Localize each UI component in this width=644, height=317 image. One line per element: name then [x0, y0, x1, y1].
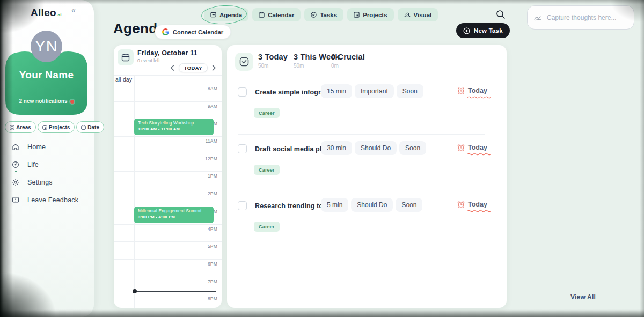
event-time: 3:00 PM - 4:00 PM [138, 215, 210, 219]
connect-calendar-label: Connect Calendar [173, 29, 223, 35]
logo-suffix: .ai [56, 12, 62, 17]
sidebar: Alleo.ai « Your Name 2 new notifications… [0, 0, 94, 317]
sidebar-collapse-icon[interactable]: « [71, 6, 76, 14]
notifications-badge[interactable]: 2 new notifications [5, 98, 88, 104]
stat-label: 0 Crucial [331, 53, 365, 61]
urgency-chip[interactable]: Soon [396, 198, 422, 212]
task-checkbox[interactable] [238, 201, 247, 210]
event-title: Tech Storytelling Workshop [138, 121, 210, 126]
calendar-event[interactable]: Tech Storytelling Workshop 10:00 AM - 11… [134, 119, 214, 135]
urgency-chip[interactable]: Soon [399, 141, 426, 155]
current-time-dot[interactable] [133, 289, 137, 293]
today-button[interactable]: TODAY [179, 63, 208, 72]
view-all-link[interactable]: View All [570, 293, 596, 301]
task-divider [238, 191, 485, 191]
alarm-clock-icon [457, 144, 465, 151]
due-badge[interactable]: Today [457, 201, 487, 208]
tab-agenda[interactable]: Agenda [204, 8, 248, 21]
scribble-icon [534, 14, 543, 21]
duration-chip[interactable]: 5 min [321, 198, 348, 212]
projects-icon [354, 12, 360, 18]
avatar[interactable]: YN [31, 31, 62, 62]
sidebar-item-leave-feedback[interactable]: Leave Feedback [12, 196, 78, 204]
hour-row[interactable]: 8PM [114, 294, 222, 308]
life-target-icon [12, 161, 19, 168]
stat-duration: 0m [331, 63, 365, 69]
quick-capture-box [527, 5, 634, 30]
career-tag[interactable]: Career [254, 108, 280, 118]
due-squiggle-underline [467, 96, 491, 99]
all-day-row[interactable]: all-day [114, 76, 222, 84]
notification-dot [70, 100, 74, 104]
due-squiggle-underline [467, 153, 491, 156]
new-task-label: New Task [474, 27, 503, 34]
sidebar-item-life[interactable]: Life [12, 160, 78, 169]
priority-chip[interactable]: Important [355, 84, 394, 98]
task-checkbox[interactable] [238, 144, 247, 153]
priority-chip[interactable]: Should Do [355, 141, 397, 155]
hour-label: 11AM [206, 138, 217, 144]
areas-icon [10, 125, 14, 130]
quick-capture-input[interactable] [547, 14, 627, 21]
tab-calendar[interactable]: Calendar [252, 8, 301, 21]
task-chips: 5 min Should Do Soon [321, 198, 422, 212]
event-title: Millennial Engagement Summit [138, 209, 210, 213]
duration-chip[interactable]: 30 min [321, 141, 352, 155]
connect-calendar-button[interactable]: Connect Calendar [155, 25, 231, 39]
check-square-icon [239, 57, 249, 67]
agenda-icon [210, 12, 216, 18]
filter-date[interactable]: Date [76, 121, 104, 133]
time-grid: all-day 8AM 9AM 10AM 11AM 12PM 1PM 2PM 3… [114, 75, 222, 308]
urgency-chip[interactable]: Soon [397, 84, 423, 98]
career-tag[interactable]: Career [254, 222, 280, 232]
app-window: Alleo.ai « Your Name 2 new notifications… [0, 0, 644, 317]
filter-projects[interactable]: Projects [38, 121, 75, 133]
due-badge[interactable]: Today [457, 87, 487, 94]
priority-chip[interactable]: Should Do [351, 198, 393, 212]
task-checkbox[interactable] [238, 87, 247, 97]
tab-projects[interactable]: Projects [347, 8, 393, 21]
new-task-button[interactable]: New Task [456, 23, 510, 38]
search-icon[interactable] [496, 10, 507, 20]
menu-label: Life [27, 161, 39, 168]
hour-label: 9AM [208, 104, 217, 109]
current-time-line [134, 291, 216, 292]
tab-visual[interactable]: Visual [398, 8, 438, 21]
hour-row[interactable]: 4PM [114, 224, 222, 242]
hour-row[interactable]: 9AM [114, 101, 222, 119]
hour-row[interactable]: 11AM [114, 136, 222, 154]
plus-circle-icon [463, 27, 470, 34]
projects-icon [42, 125, 47, 130]
tab-tasks[interactable]: Tasks [304, 8, 343, 21]
calendar-event[interactable]: Millennial Engagement Summit 3:00 PM - 4… [134, 207, 214, 223]
task-title[interactable]: Draft social media plan [255, 145, 330, 153]
stat-crucial: 0 Crucial 0m [331, 53, 365, 69]
sidebar-filters: Areas Projects Date [5, 121, 104, 133]
app-logo: Alleo.ai [31, 7, 62, 19]
filter-label: Areas [16, 124, 31, 130]
calendar-icon [121, 53, 130, 62]
hour-label: 7PM [208, 279, 217, 284]
hour-row[interactable]: 2PM [114, 189, 222, 207]
hour-row[interactable]: 1PM [114, 171, 222, 189]
menu-label: Home [27, 143, 46, 151]
task-row: Research trending topics 5 min Should Do… [227, 200, 507, 256]
sidebar-item-settings[interactable]: Settings [12, 178, 78, 187]
due-badge[interactable]: Today [457, 144, 487, 151]
due-label: Today [468, 87, 487, 94]
duration-chip[interactable]: 15 min [321, 84, 352, 98]
filter-areas[interactable]: Areas [5, 121, 36, 133]
task-chips: 15 min Important Soon [321, 84, 423, 98]
hour-row[interactable]: 12PM [114, 154, 222, 172]
hour-row[interactable]: 6PM [114, 259, 222, 277]
stat-today: 3 Today 50m [258, 53, 288, 69]
task-divider [238, 134, 485, 135]
hour-row[interactable]: 5PM [114, 241, 222, 259]
sidebar-item-home[interactable]: Home [12, 143, 78, 151]
hour-label: 8PM [208, 296, 217, 301]
hour-row[interactable]: 8AM [114, 84, 222, 101]
feedback-icon [12, 196, 19, 204]
career-tag[interactable]: Career [254, 165, 280, 175]
prev-day-chevron[interactable] [169, 65, 175, 71]
next-day-chevron[interactable] [211, 65, 217, 71]
